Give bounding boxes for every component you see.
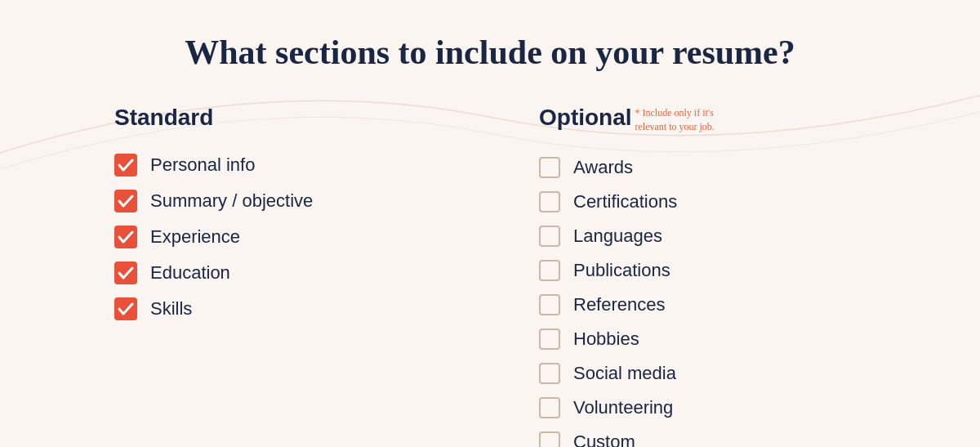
checked-checkbox-icon (114, 190, 137, 212)
standard-item-list: Personal info Summary / objective (114, 154, 457, 320)
list-item: Personal info (114, 154, 457, 177)
item-label: Publications (573, 260, 670, 281)
svg-rect-3 (114, 261, 137, 284)
item-label: Personal info (150, 154, 255, 176)
svg-rect-4 (114, 297, 137, 320)
unchecked-checkbox-icon (539, 397, 560, 418)
unchecked-checkbox-icon (539, 226, 560, 247)
unchecked-checkbox-icon (539, 191, 560, 212)
page-title: What sections to include on your resume? (49, 33, 931, 72)
optional-item-list: Awards Certifications Languages Publicat… (539, 157, 915, 447)
list-item: Hobbies (539, 329, 915, 350)
item-label: Hobbies (573, 329, 639, 350)
list-item: Custom (539, 431, 915, 447)
item-label: Certifications (573, 191, 677, 212)
item-label: Awards (573, 157, 633, 178)
list-item: Certifications (539, 191, 915, 212)
list-item: Volunteering (539, 397, 915, 418)
checked-checkbox-icon (114, 154, 137, 177)
checked-checkbox-icon (114, 226, 137, 248)
item-label: Education (150, 262, 230, 284)
list-item: Languages (539, 226, 915, 247)
item-label: Custom (573, 431, 635, 447)
optional-column: Optional * Include only if it's relevant… (523, 105, 915, 447)
item-label: Volunteering (573, 397, 673, 418)
unchecked-checkbox-icon (539, 157, 560, 178)
optional-note: * Include only if it's relevant to your … (635, 105, 715, 134)
checked-checkbox-icon (114, 297, 137, 320)
standard-heading: Standard (114, 105, 457, 131)
unchecked-checkbox-icon (539, 260, 560, 281)
item-label: Summary / objective (150, 190, 313, 212)
item-label: References (573, 294, 666, 315)
checked-checkbox-icon (114, 261, 137, 284)
svg-rect-2 (114, 226, 137, 248)
list-item: Awards (539, 157, 915, 178)
list-item: Social media (539, 363, 915, 384)
list-item: References (539, 294, 915, 315)
item-label: Languages (573, 226, 662, 247)
optional-header-wrapper: Optional * Include only if it's relevant… (539, 105, 915, 134)
item-label: Social media (573, 363, 676, 384)
item-label: Experience (150, 226, 240, 248)
unchecked-checkbox-icon (539, 294, 560, 315)
svg-rect-1 (114, 190, 137, 212)
list-item: Publications (539, 260, 915, 281)
list-item: Summary / objective (114, 190, 457, 212)
optional-heading: Optional (539, 105, 632, 131)
svg-rect-0 (114, 154, 137, 177)
item-label: Skills (150, 298, 192, 320)
list-item: Experience (114, 226, 457, 248)
standard-column: Standard Personal info Summar (65, 105, 457, 320)
list-item: Education (114, 261, 457, 284)
list-item: Skills (114, 297, 457, 320)
unchecked-checkbox-icon (539, 329, 560, 350)
unchecked-checkbox-icon (539, 363, 560, 384)
unchecked-checkbox-icon (539, 431, 560, 447)
